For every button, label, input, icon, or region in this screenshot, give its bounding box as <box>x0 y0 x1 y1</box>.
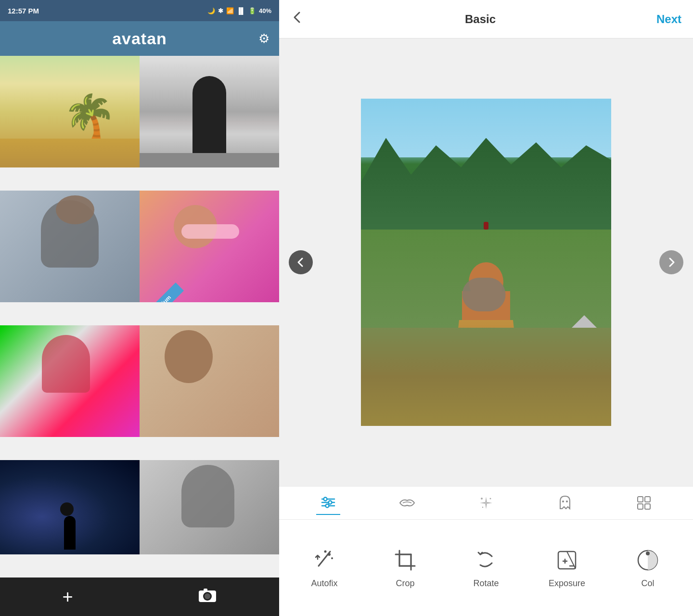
prev-image-button[interactable] <box>289 250 313 274</box>
svg-point-2 <box>205 593 210 599</box>
svg-point-11 <box>490 498 491 500</box>
svg-point-12 <box>482 507 483 508</box>
svg-point-34 <box>646 552 650 555</box>
battery-percent: 40% <box>259 7 271 14</box>
tab-adjust[interactable] <box>316 491 340 515</box>
main-image-area <box>279 38 693 486</box>
svg-point-9 <box>326 504 329 508</box>
tools-bar: Autofix Crop Rotate <box>279 520 693 616</box>
photo-concert[interactable] <box>0 460 140 554</box>
wifi-icon: 📶 <box>226 7 234 14</box>
app-header: avatan ⚙ <box>0 21 279 56</box>
crop-tool[interactable]: Crop <box>381 548 429 589</box>
photo-beach[interactable]: 🌴 <box>0 56 140 167</box>
photo-pink-sunglasses[interactable]: Premium <box>140 191 279 302</box>
signal-icon: ▐▌ <box>237 7 245 14</box>
exposure-tool[interactable]: Exposure <box>543 548 591 589</box>
status-bar-right: 🌙 ✱ 📶 ▐▌ 🔋 40% <box>207 7 271 14</box>
tab-sparkle[interactable] <box>474 491 498 515</box>
photo-bw-man[interactable] <box>140 56 279 167</box>
svg-point-10 <box>481 498 483 500</box>
page-title: Basic <box>465 13 496 26</box>
svg-rect-15 <box>638 497 643 502</box>
premium-badge: Premium <box>140 282 184 302</box>
autofix-tool[interactable]: Autofix <box>300 548 348 589</box>
bluetooth-icon: ✱ <box>218 7 223 14</box>
photo-girl-moody[interactable] <box>140 325 279 437</box>
tab-grid[interactable] <box>632 491 656 515</box>
col-label: Col <box>641 578 654 589</box>
status-bar-left: 12:57 PM <box>8 7 39 15</box>
photo-colorpop[interactable] <box>0 325 140 437</box>
status-bar: 12:57 PM 🌙 ✱ 📶 ▐▌ 🔋 40% <box>0 0 279 21</box>
time-display: 12:57 PM <box>8 7 39 15</box>
app-title: avatan <box>112 29 167 48</box>
svg-rect-16 <box>645 497 650 502</box>
svg-point-21 <box>331 557 333 559</box>
tab-ghost[interactable] <box>553 491 577 515</box>
next-button[interactable]: Next <box>656 13 681 26</box>
main-photo <box>361 99 611 426</box>
col-tool[interactable]: Col <box>624 548 672 589</box>
right-panel: Basic Next <box>279 0 693 616</box>
filter-tabs <box>279 486 693 520</box>
autofix-label: Autofix <box>311 578 337 589</box>
back-button[interactable] <box>291 11 304 27</box>
svg-point-5 <box>324 498 327 501</box>
tab-lips[interactable] <box>395 491 419 515</box>
svg-rect-18 <box>645 504 650 509</box>
battery-icon: 🔋 <box>248 7 256 14</box>
svg-rect-17 <box>638 504 643 509</box>
right-header: Basic Next <box>279 0 693 38</box>
photo-teen-boy[interactable] <box>0 191 140 302</box>
rotate-label: Rotate <box>473 578 499 589</box>
svg-point-7 <box>329 501 332 504</box>
photo-grid: 🌴 Premium <box>0 56 279 578</box>
settings-icon[interactable]: ⚙ <box>258 31 270 46</box>
svg-rect-3 <box>204 589 207 591</box>
bottom-toolbar: + <box>0 578 279 616</box>
rotate-tool[interactable]: Rotate <box>462 548 510 589</box>
svg-point-13 <box>562 500 564 502</box>
exposure-label: Exposure <box>549 578 585 589</box>
moon-icon: 🌙 <box>207 7 215 14</box>
svg-rect-25 <box>399 554 411 566</box>
photo-bw-portrait[interactable] <box>140 460 279 554</box>
svg-point-14 <box>566 500 568 502</box>
svg-point-22 <box>324 550 327 552</box>
crop-label: Crop <box>396 578 414 589</box>
left-panel: 12:57 PM 🌙 ✱ 📶 ▐▌ 🔋 40% avatan ⚙ 🌴 <box>0 0 279 616</box>
next-image-button[interactable] <box>659 250 683 274</box>
add-button[interactable]: + <box>62 587 73 607</box>
camera-button[interactable] <box>198 587 217 607</box>
svg-point-20 <box>328 553 331 556</box>
